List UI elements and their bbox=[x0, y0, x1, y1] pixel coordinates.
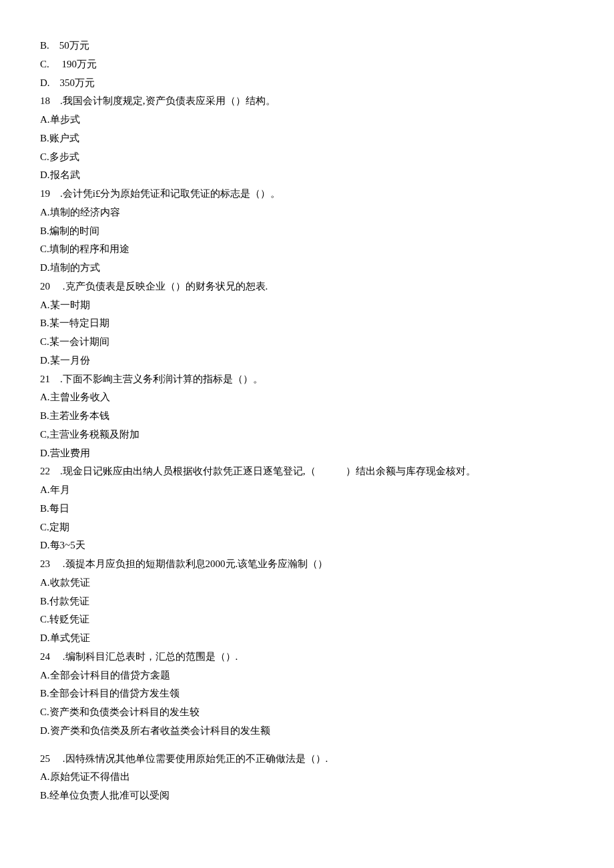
text-line: 21 .下面不影峋主营义务利润计算的指标是（）。 bbox=[40, 370, 574, 389]
text-line: A.收款凭证 bbox=[40, 574, 574, 592]
text-line: B.每日 bbox=[40, 500, 574, 518]
text-line: B.付款凭证 bbox=[40, 592, 574, 611]
text-line: 18 .我国会计制度规定,资产负债表应采用（）结构。 bbox=[40, 92, 574, 111]
text-line: A.原始凭证不得借出 bbox=[40, 768, 574, 787]
text-line: B.某一特定日期 bbox=[40, 314, 574, 333]
text-line: B. 50万元 bbox=[40, 37, 574, 55]
text-line: C. 190万元 bbox=[40, 55, 574, 74]
text-line: A.年月 bbox=[40, 481, 574, 500]
text-line: C,主营业务税额及附加 bbox=[40, 426, 574, 444]
text-line: B.全部会计科目的借贷方发生领 bbox=[40, 685, 574, 703]
text-line: A.填制的经济内容 bbox=[40, 203, 574, 222]
text-line: B.煸制的时间 bbox=[40, 222, 574, 241]
text-line: 25 .因特殊情况其他单位需要使用原始凭正的不正确做法是（）. bbox=[40, 750, 574, 769]
text-line: D.营业费用 bbox=[40, 444, 574, 463]
text-line: C.转贬凭证 bbox=[40, 610, 574, 629]
text-line: D.资产类和负信类及所右者收益类会计科目的发生额 bbox=[40, 722, 574, 741]
text-line: C.资产类和负债类会计科目的发生较 bbox=[40, 703, 574, 722]
text-line: 22 .现金日记账应由出纳人员根据收付款凭正逐日逐笔登记,（ ）结出余额与库存现… bbox=[40, 462, 574, 481]
blank-line bbox=[40, 741, 574, 750]
text-line: D.单式凭证 bbox=[40, 629, 574, 648]
text-line: C.某一会计期间 bbox=[40, 333, 574, 352]
text-line: C.定期 bbox=[40, 518, 574, 537]
text-line: C.多步式 bbox=[40, 148, 574, 167]
text-line: A.单步式 bbox=[40, 111, 574, 129]
text-line: B.经单位负责人批准可以受阅 bbox=[40, 787, 574, 805]
document-body: B. 50万元C. 190万元D. 350万元18 .我国会计制度规定,资产负债… bbox=[40, 37, 574, 805]
text-line: D.埴制的方式 bbox=[40, 259, 574, 278]
text-line: D.报名武 bbox=[40, 166, 574, 185]
text-line: A.全部会计科目的借贷方衾题 bbox=[40, 667, 574, 685]
text-line: 19 .会计凭i£分为原始凭证和记取凭证的标志是（）。 bbox=[40, 185, 574, 203]
text-line: D.某一月份 bbox=[40, 352, 574, 370]
text-line: 24 .编制科目汇总表时，汇总的范围是（）. bbox=[40, 648, 574, 667]
text-line: 20 .克产负债表是反映企业（）的财务状兄的恕表. bbox=[40, 278, 574, 296]
text-line: D.每3~5天 bbox=[40, 536, 574, 555]
text-line: B.账户式 bbox=[40, 129, 574, 148]
text-line: D. 350万元 bbox=[40, 74, 574, 93]
text-line: C.填制的程序和用途 bbox=[40, 240, 574, 259]
text-line: A.主曾业务收入 bbox=[40, 388, 574, 407]
text-line: A.某一时期 bbox=[40, 296, 574, 315]
text-line: B.主若业务本钱 bbox=[40, 407, 574, 426]
text-line: 23 .颈提本月应负担的短期借款利息2000元.该笔业务应瀚制（） bbox=[40, 555, 574, 574]
